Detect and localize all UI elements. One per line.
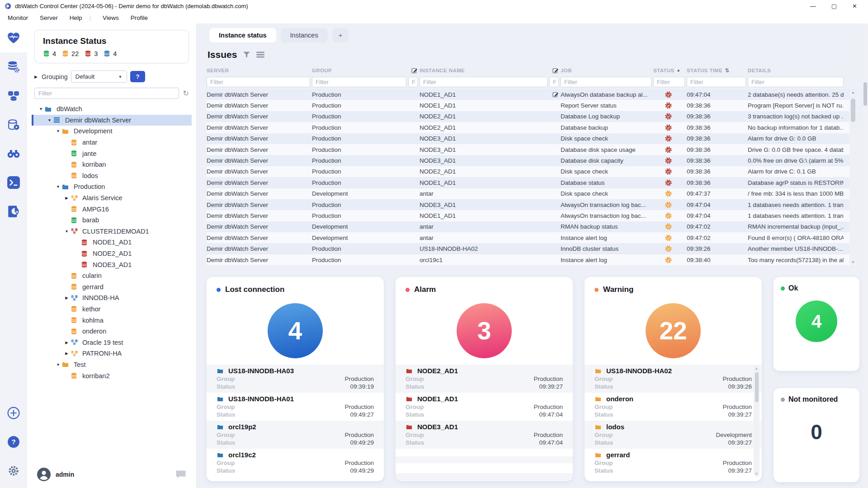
tree-node[interactable]: INNODB-HA (32, 292, 192, 304)
tree-node[interactable]: gerrard (32, 282, 192, 293)
tree-node[interactable]: barab (32, 215, 192, 226)
tree-node[interactable]: korriban (32, 159, 192, 170)
tree-expander-icon[interactable] (54, 184, 62, 189)
tree-expander-icon[interactable] (37, 107, 45, 111)
tree-node[interactable]: Test (32, 359, 192, 371)
card-scrollbar[interactable]: ▲▼ (754, 366, 760, 477)
tree-node[interactable]: CLUSTER1DEMOAD1 (32, 226, 192, 237)
tree-node[interactable]: antar (32, 137, 192, 148)
table-scrollbar[interactable]: ▲ ▼ (849, 89, 857, 265)
tree-expander-icon[interactable] (63, 229, 71, 234)
filter-input-status-time[interactable] (687, 77, 746, 87)
card-instance-item[interactable]: orcl19c2 GroupProduction Status09:49:29 (207, 449, 384, 477)
issue-row[interactable]: Demir dbWatch Server Development antar R… (207, 221, 857, 232)
card-instance-item[interactable]: onderon GroupProduction Status09:39:27 (585, 393, 762, 421)
terminal-icon[interactable] (0, 168, 27, 197)
tree-node[interactable]: PATRONI-HA (32, 348, 192, 359)
issue-row[interactable]: Demir dbWatch Server Production NODE2_AD… (207, 122, 857, 133)
tree-node[interactable]: dbWatch (32, 103, 192, 115)
minimize-button[interactable]: — (810, 3, 816, 9)
issue-row[interactable]: Demir dbWatch Server Production NODE3_AD… (207, 199, 857, 210)
database-settings-icon[interactable] (0, 52, 27, 81)
issue-row[interactable]: Demir dbWatch Server Production NODE1_AD… (207, 89, 857, 100)
card-instance-item[interactable]: NODE1_AD1 GroupProduction Status09:47:04 (396, 393, 573, 421)
column-header-server[interactable]: SERVER (207, 68, 310, 73)
tree-node[interactable]: jante (32, 148, 192, 159)
filter-funnel-icon[interactable] (243, 51, 250, 58)
tree-node[interactable]: Oracle 19 test (32, 337, 192, 348)
tree-node[interactable]: cularin (32, 270, 192, 282)
tree-expander-icon[interactable] (54, 129, 62, 133)
card-instance-item[interactable]: gerrard GroupProduction Status09:39:27 (585, 449, 762, 477)
column-header-job[interactable]: JOB (561, 68, 651, 73)
reports-icon[interactable] (0, 197, 27, 226)
menu-item[interactable]: Views (97, 13, 125, 23)
tab[interactable]: Instance status (209, 28, 276, 42)
menu-item[interactable]: Server (34, 13, 64, 23)
filter-input-server[interactable] (207, 77, 310, 87)
tree-expander-icon[interactable] (63, 196, 71, 200)
chat-icon[interactable] (175, 469, 186, 479)
tree-node[interactable]: NODE3_AD1 (32, 259, 192, 270)
issue-row[interactable]: Demir dbWatch Server Development antar I… (207, 232, 857, 243)
tree-expander-icon[interactable] (63, 340, 71, 345)
tree-expander-icon[interactable] (63, 351, 71, 356)
user-avatar[interactable] (37, 468, 51, 481)
tree-node[interactable]: kethor (32, 304, 192, 315)
tab[interactable]: + (332, 28, 349, 42)
grouping-select[interactable]: Default ▼ (71, 70, 127, 83)
tree-node[interactable]: Development (32, 126, 192, 137)
card-instance-item[interactable]: NODE3_AD1 GroupProduction Status09:47:04 (396, 421, 573, 449)
grouping-expander-icon[interactable]: ▶ (34, 75, 38, 79)
filter-input-edit2[interactable] (549, 77, 559, 87)
issue-row[interactable]: Demir dbWatch Server Production NODE2_AD… (207, 166, 857, 177)
tree-filter-input[interactable] (34, 88, 179, 99)
issue-row[interactable]: Demir dbWatch Server Production NODE3_AD… (207, 144, 857, 155)
discover-binoculars-icon[interactable] (0, 139, 27, 168)
menu-item[interactable]: Monitor (2, 13, 34, 23)
sort-icon[interactable]: ⇅ (725, 67, 729, 74)
column-header-status-time[interactable]: STATUS TIME⇅ (687, 67, 746, 74)
column-header-group[interactable]: GROUP (312, 68, 406, 73)
tree-expander-icon[interactable] (46, 118, 53, 122)
issue-row[interactable]: Demir dbWatch Server Production NODE1_AD… (207, 210, 857, 221)
tree-node[interactable]: Demir dbWatch Server (32, 115, 192, 126)
maximize-button[interactable]: ▢ (831, 3, 837, 9)
menu-item[interactable]: Help (64, 13, 97, 23)
scrollbar-thumb[interactable] (851, 99, 855, 122)
list-view-icon[interactable] (256, 52, 264, 58)
issue-row[interactable]: Demir dbWatch Server Production NODE3_AD… (207, 133, 857, 144)
tree-node[interactable]: NODE1_AD1 (32, 237, 192, 248)
card-instance-item[interactable]: lodos GroupDevelopment Status09:39:27 (585, 421, 762, 449)
database-activity-icon[interactable] (0, 110, 27, 139)
card-instance-item[interactable]: US18-INNODB-HA03 GroupProduction Status0… (207, 365, 384, 393)
database-replication-icon[interactable] (0, 81, 27, 110)
refresh-icon[interactable]: ↻ (183, 89, 189, 98)
column-header-instance-name[interactable]: INSTANCE NAME (420, 68, 547, 73)
filter-input-instance[interactable] (420, 77, 547, 87)
tree-node[interactable]: lodos (32, 170, 192, 182)
tree-node[interactable]: AMPG16 (32, 203, 192, 215)
filter-input-edit1[interactable] (408, 77, 418, 87)
issue-row[interactable]: Demir dbWatch Server Development antar D… (207, 188, 857, 199)
help-icon[interactable]: ? (0, 427, 27, 456)
issue-row[interactable]: Demir dbWatch Server Production US18-INN… (207, 243, 857, 254)
tree-node[interactable]: kohlma (32, 314, 192, 326)
monitor-heartbeat-icon[interactable] (0, 23, 27, 52)
filter-input-job[interactable] (561, 77, 651, 87)
card-instance-item[interactable]: NODE2_AD1 GroupProduction Status09:39:27 (396, 365, 573, 393)
tree-node[interactable]: korriban2 (32, 370, 192, 381)
issue-row[interactable]: Demir dbWatch Server Production NODE1_AD… (207, 100, 857, 111)
tree-expander-icon[interactable] (63, 296, 71, 300)
close-button[interactable]: ✕ (852, 3, 857, 9)
add-icon[interactable] (0, 399, 27, 427)
menu-item[interactable]: Profile (125, 13, 154, 23)
filter-input-status[interactable] (653, 77, 685, 87)
tree-node[interactable]: NODE2_AD1 (32, 248, 192, 259)
scroll-down-icon[interactable]: ▼ (851, 260, 855, 264)
filter-input-details[interactable] (748, 77, 844, 87)
tree-node[interactable]: Alaris Service (32, 192, 192, 204)
tab[interactable]: Instances (281, 28, 328, 42)
grouping-help-button[interactable]: ? (130, 71, 146, 82)
settings-gear-icon[interactable] (0, 456, 27, 485)
